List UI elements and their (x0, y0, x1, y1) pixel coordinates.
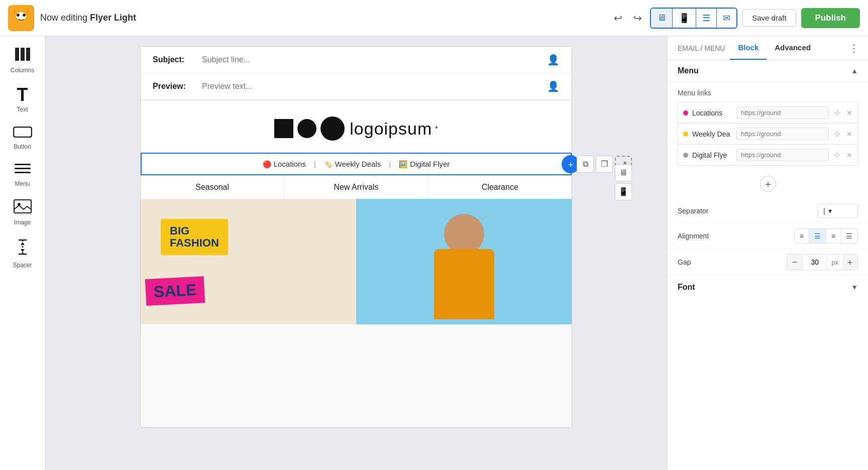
publish-button[interactable]: Publish (801, 8, 860, 28)
spacer-icon (17, 238, 29, 260)
menu-item-locations: 🔴 Locations (263, 160, 306, 168)
weekly-deals-icon: 🏷️ (324, 160, 333, 168)
save-draft-button[interactable]: Save draft (742, 9, 796, 27)
sidebar-item-label-columns: Columns (11, 67, 34, 74)
locations-remove-button[interactable]: ✕ (846, 109, 852, 117)
logo-container: logoipsum* (274, 116, 438, 141)
separator-1: | (314, 160, 316, 168)
locations-label: Locations (274, 160, 306, 168)
logo-shapes (274, 116, 345, 141)
svg-rect-6 (26, 48, 30, 61)
subject-row: Subject: 👤 (141, 47, 572, 73)
align-right-button[interactable]: ≡ (826, 229, 841, 243)
svg-point-3 (23, 14, 26, 17)
right-panel: EMAIL / MENU Block Advanced ⋮ Menu ▲ Men… (667, 36, 868, 470)
logo-circle-large (320, 116, 345, 141)
weekly-deals-link-url[interactable] (736, 128, 829, 140)
big-text: BIGFASHION (170, 225, 219, 249)
tab-block[interactable]: Block (730, 36, 767, 60)
add-menu-link-button[interactable]: ＋ (760, 176, 776, 192)
menu-links-table: Locations ⊹ ✕ Weekly Dea ⊹ ✕ Digital Fly… (678, 102, 858, 166)
view-action-buttons: 🖥 📱 (615, 164, 632, 200)
sidebar-item-image[interactable]: Image (3, 194, 42, 231)
nav-link-clearance[interactable]: Clearance (428, 176, 572, 199)
gap-increase-button[interactable]: ＋ (842, 255, 857, 270)
weekly-deals-remove-button[interactable]: ✕ (846, 130, 852, 138)
sidebar-item-label-spacer: Spacer (13, 262, 32, 269)
nav-link-new-arrivals[interactable]: New Arrivals (284, 176, 428, 199)
align-justify-button[interactable]: ☰ (841, 229, 857, 243)
digital-flyer-remove-button[interactable]: ✕ (846, 151, 852, 159)
weekly-deals-drag-handle[interactable]: ⊹ (834, 129, 840, 139)
menu-section-chevron[interactable]: ▲ (851, 67, 858, 75)
sidebar-item-menu[interactable]: Menu (3, 157, 42, 192)
preview-input[interactable] (202, 82, 543, 91)
menu-link-row-digital-flyer: Digital Flye ⊹ ✕ (678, 145, 857, 165)
sidebar-item-label-text: Text (17, 106, 28, 113)
panel-kebab-menu[interactable]: ⋮ (845, 38, 863, 58)
svg-point-2 (17, 14, 20, 17)
menu-bar[interactable]: 🔴 Locations | 🏷️ Weekly Deals | 🖼️ Digit… (141, 153, 572, 175)
duplicate-block-button[interactable]: ❐ (596, 156, 613, 173)
menu-links-section: Menu links Locations ⊹ ✕ Weekly Dea ⊹ ✕ (668, 82, 868, 199)
subject-input[interactable] (202, 55, 543, 64)
gap-decrease-button[interactable]: − (787, 255, 802, 270)
menu-bar-wrapper: 🔴 Locations | 🏷️ Weekly Deals | 🖼️ Digit… (141, 153, 572, 175)
menu-icon (15, 162, 31, 178)
sidebar-item-text[interactable]: T Text (3, 81, 42, 118)
email-fields: Subject: 👤 Preview: 👤 (141, 47, 572, 100)
sidebar-item-columns[interactable]: Columns (3, 42, 42, 79)
alignment-group: ≡ ☰ ≡ ☰ (794, 228, 858, 244)
locations-link-url[interactable] (736, 106, 829, 119)
text-icon: T (17, 86, 28, 104)
weekly-deals-label: Weekly Deals (335, 160, 381, 168)
nav-link-seasonal[interactable]: Seasonal (141, 176, 284, 199)
font-section-chevron[interactable]: ▼ (851, 283, 858, 291)
weekly-deals-link-name: Weekly Dea (692, 130, 732, 138)
tab-email-menu[interactable]: EMAIL / MENU (673, 37, 730, 59)
mobile-view-button[interactable]: 📱 (673, 9, 696, 28)
digital-flyer-link-url[interactable] (736, 149, 829, 161)
image-icon (14, 199, 32, 217)
undo-button[interactable]: ↩ (611, 9, 625, 27)
separator-chevron-icon: ▾ (828, 207, 832, 215)
svg-rect-9 (15, 168, 31, 169)
hero-left: BIGFASHION SALE (141, 199, 356, 324)
separator-select[interactable]: | ▾ (818, 204, 858, 218)
digital-flyer-link-name: Digital Flye (692, 151, 732, 159)
app-logo (8, 5, 34, 31)
font-section-header[interactable]: Font ▼ (668, 276, 868, 299)
copy-block-button[interactable]: ⧉ (577, 156, 594, 173)
digital-flyer-drag-handle[interactable]: ⊹ (834, 150, 840, 160)
mobile-block-button[interactable]: 📱 (615, 183, 632, 200)
email-canvas: Subject: 👤 Preview: 👤 (140, 46, 572, 428)
tab-advanced[interactable]: Advanced (767, 36, 819, 60)
preview-row: Preview: 👤 (141, 73, 572, 100)
redo-button[interactable]: ↪ (630, 9, 645, 27)
sidebar-item-spacer[interactable]: Spacer (3, 233, 42, 274)
email-view-button[interactable]: ✉ (717, 9, 736, 28)
left-sidebar: Columns T Text Button Menu Image (0, 36, 45, 470)
align-center-button[interactable]: ☰ (809, 229, 826, 243)
nav-links-bar: Seasonal New Arrivals Clearance (141, 175, 572, 199)
svg-rect-8 (15, 164, 31, 165)
align-left-button[interactable]: ≡ (795, 229, 809, 243)
menu-section-title: Menu (678, 66, 699, 75)
header: Now editing Flyer Light ↩ ↪ 🖥 📱 ☰ ✉ Save… (0, 0, 868, 36)
locations-drag-handle[interactable]: ⊹ (834, 108, 840, 118)
desktop-block-button[interactable]: 🖥 (615, 164, 632, 181)
logo-circle-small (297, 119, 316, 138)
preview-person-icon: 👤 (547, 80, 560, 92)
logo-area: logoipsum* (141, 100, 572, 153)
svg-rect-4 (15, 48, 19, 61)
gap-row: Gap − 30 px ＋ (668, 249, 868, 276)
svg-marker-13 (21, 242, 25, 245)
device-group: 🖥 📱 ☰ ✉ (650, 8, 737, 29)
subject-person-icon: 👤 (547, 54, 560, 66)
panel-tabs: EMAIL / MENU Block Advanced ⋮ (668, 36, 868, 60)
gap-unit: px (827, 257, 842, 268)
text-view-button[interactable]: ☰ (696, 9, 717, 28)
sidebar-item-button[interactable]: Button (3, 120, 42, 155)
desktop-view-button[interactable]: 🖥 (651, 9, 673, 28)
main-layout: Columns T Text Button Menu Image (0, 36, 868, 470)
